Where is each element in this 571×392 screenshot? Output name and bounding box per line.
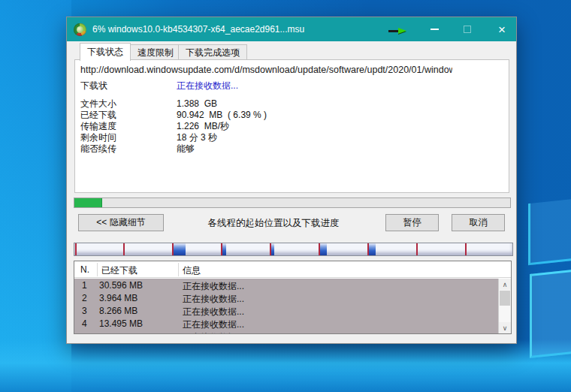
table-row[interactable]: 1 30.596 MB 正在接收数据...: [74, 279, 498, 291]
header-number[interactable]: N.: [80, 264, 89, 275]
threads-caption: 各线程的起始位置以及下载进度: [168, 217, 379, 230]
field-label: 已经下载: [80, 110, 177, 121]
cell-info: 正在接收数据...: [183, 331, 244, 333]
status-fields: 下载状 正在接收数据... 文件大小 1.388 GB 已经下载 90.942 …: [80, 80, 501, 155]
cell-downloaded: 13.495 MB: [99, 318, 143, 329]
table-row[interactable]: 4 13.495 MB 正在接收数据...: [74, 317, 498, 330]
scroll-down-icon[interactable]: ∨: [499, 322, 511, 333]
field-label: 下载状: [80, 80, 177, 92]
field-value: 18 分 3 秒: [177, 132, 217, 143]
cell-downloaded: 8.266 MB: [99, 306, 137, 316]
hide-details-button[interactable]: << 隐藏细节: [78, 214, 164, 231]
url-clipped-char: w: [449, 65, 452, 75]
field-downloaded: 已经下载 90.942 MB ( 6.39 % ): [80, 110, 501, 121]
maximize-button[interactable]: [452, 17, 483, 41]
tab-download-complete-options[interactable]: 下载完成选项: [178, 44, 247, 60]
thread-downloaded-blob: [174, 243, 186, 255]
progress-fill: [74, 198, 102, 207]
header-downloaded[interactable]: 已经下载: [101, 264, 137, 277]
field-value: 90.942 MB ( 6.39 % ): [177, 110, 267, 121]
table-row[interactable]: 3 8.266 MB 正在接收数据...: [74, 304, 498, 317]
minimize-icon: [431, 29, 439, 30]
cell-number: 4: [82, 318, 87, 329]
field-download-status: 下载状 正在接收数据...: [80, 80, 501, 92]
table-scrollbar[interactable]: ∧ ∨: [498, 279, 511, 333]
window-title: 6% windows10.0-kb4534307-x64_aecae2d961.…: [92, 24, 304, 35]
close-icon: ×: [498, 23, 506, 36]
tab-speed-limit[interactable]: 速度限制: [130, 44, 181, 60]
idm-download-window: 6% windows10.0-kb4534307-x64_aecae2d961.…: [66, 17, 517, 344]
cell-number: 1: [82, 280, 87, 291]
cancel-button[interactable]: 取消: [452, 214, 505, 231]
table-body: 1 30.596 MB 正在接收数据... 2 3.964 MB 正在接收数据.…: [74, 279, 498, 333]
cell-downloaded: 3.964 MB: [99, 293, 137, 303]
table-row-partial[interactable]: 正在接收数据...: [74, 330, 498, 333]
close-button[interactable]: ×: [486, 17, 518, 41]
field-transfer-rate: 传输速度 1.226 MB/秒: [80, 121, 501, 132]
thread-downloaded-blob: [271, 243, 274, 255]
title-bar[interactable]: 6% windows10.0-kb4534307-x64_aecae2d961.…: [67, 17, 516, 41]
table-row[interactable]: 2 3.964 MB 正在接收数据...: [74, 291, 498, 304]
cell-number: 2: [82, 293, 87, 303]
status-panel: http://download.windowsupdate.com/d/msdo…: [74, 59, 509, 193]
thread-bar: [74, 243, 513, 256]
pause-button[interactable]: 暂停: [385, 214, 439, 231]
overall-progress-bar: [74, 198, 511, 208]
field-label: 剩余时间: [80, 132, 177, 143]
wallpaper-beam-left: [0, 0, 71, 392]
table-header[interactable]: N. 已经下载 信息: [74, 261, 511, 278]
download-url: http://download.windowsupdate.com/d/msdo…: [80, 65, 506, 75]
field-label: 能否续传: [80, 143, 177, 155]
field-value: 正在接收数据...: [177, 80, 238, 92]
scroll-up-icon[interactable]: ∧: [499, 279, 511, 290]
thread-start-tick: [416, 243, 418, 255]
field-time-left: 剩余时间 18 分 3 秒: [80, 132, 501, 143]
thread-downloaded-blob: [222, 243, 226, 255]
thread-downloaded-blob: [320, 243, 327, 255]
thread-downloaded-blob: [369, 243, 376, 255]
thread-start-tick: [75, 243, 77, 255]
field-value: 1.226 MB/秒: [177, 121, 229, 132]
column-separator[interactable]: [97, 263, 98, 276]
thread-start-tick: [123, 243, 125, 255]
scrollbar-thumb[interactable]: [500, 291, 510, 306]
wallpaper-beam-bottom: [0, 339, 571, 392]
thread-start-tick: [465, 243, 467, 255]
download-arrow-icon: [388, 28, 408, 34]
tab-download-status[interactable]: 下载状态: [80, 43, 131, 61]
wallpaper-window-logo-pane-top: [528, 199, 571, 265]
column-separator[interactable]: [178, 263, 179, 276]
maximize-icon: [464, 26, 471, 33]
header-info[interactable]: 信息: [183, 264, 201, 277]
minimize-button[interactable]: [418, 17, 450, 41]
field-label: 文件大小: [80, 98, 177, 110]
field-label: 传输速度: [80, 121, 177, 132]
field-value: 能够: [177, 143, 195, 155]
field-value: 1.388 GB: [177, 98, 217, 110]
wallpaper-window-logo-pane-bottom: [530, 270, 571, 358]
idm-app-icon: [74, 23, 86, 36]
field-resume-capability: 能否续传 能够: [80, 143, 501, 155]
threads-table: N. 已经下载 信息 1 30.596 MB 正在接收数据... 2 3.964…: [74, 261, 512, 334]
cell-number: 3: [82, 306, 87, 316]
field-file-size: 文件大小 1.388 GB: [80, 98, 501, 110]
cell-downloaded: 30.596 MB: [99, 280, 143, 291]
